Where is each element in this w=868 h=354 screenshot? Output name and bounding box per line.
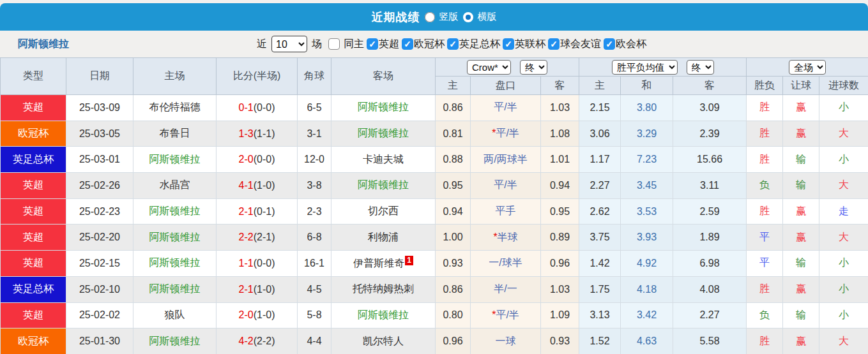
league-filter[interactable]: 英足总杯: [447, 38, 500, 51]
team-rank-badge: 1: [405, 256, 413, 265]
odds-company-select[interactable]: Crow*: [467, 60, 511, 75]
avg-win-cell: 3.75: [579, 225, 621, 251]
avg-lose-cell: 3.11: [673, 173, 747, 199]
same-home-label[interactable]: 同主: [344, 38, 364, 51]
avg-lose-cell: 1.89: [673, 225, 747, 251]
league-filter-label[interactable]: 欧会杯: [616, 38, 646, 51]
league-cell: 英超: [1, 251, 66, 277]
handicap-result-cell: 赢: [783, 95, 819, 121]
layout-horizontal-radio[interactable]: [463, 12, 473, 22]
league-filter-checkbox[interactable]: [604, 38, 615, 50]
away-team-cell: 阿斯顿维拉: [331, 173, 436, 199]
handicap-value: 一球: [496, 336, 516, 346]
handicap-cell: 平手: [471, 198, 541, 225]
avg-draw-cell: 4.92: [621, 251, 673, 277]
subcol-header-result: 胜负: [747, 77, 783, 95]
league-filter-checkbox[interactable]: [367, 38, 378, 50]
avg-type-select[interactable]: 胜平负均值: [612, 60, 678, 75]
games-label: 场: [312, 38, 322, 51]
away-team-name: 阿斯顿维拉: [358, 101, 409, 112]
home-team-name: 狼队: [165, 309, 185, 320]
corner-cell: 4-5: [298, 276, 331, 302]
avg-draw-cell: 7.23: [621, 147, 673, 173]
goals-result-cell: 大: [819, 225, 868, 251]
handicap-value: 一/球半: [489, 257, 522, 268]
handicap-result-cell: 赢: [783, 198, 819, 225]
league-filter-label[interactable]: 英超: [379, 38, 399, 51]
league-filter-label[interactable]: 英联杯: [515, 38, 545, 51]
full-score: 2-0: [239, 154, 254, 165]
avg-win-cell: 2.27: [579, 173, 621, 199]
full-score: 2-1: [239, 206, 254, 217]
home-team-name: 阿斯顿维拉: [149, 336, 201, 346]
half-score: (1-1): [254, 128, 275, 139]
league-filter-checkbox[interactable]: [503, 38, 514, 50]
col-header-away: 客场: [331, 58, 436, 95]
layout-horizontal-label[interactable]: 横版: [478, 11, 497, 23]
half-score: (1-0): [254, 309, 275, 320]
table-body: 英超 25-03-09 布伦特福德 0-1(0-0) 6-5 阿斯顿维拉 0.8…: [1, 95, 868, 354]
avg-win-cell: 1.17: [579, 147, 621, 173]
avg-draw-cell: 4.18: [621, 276, 673, 302]
away-team-cell: 凯尔特人: [331, 328, 436, 354]
avg-win-cell: 2.15: [579, 95, 621, 121]
goals-result-cell: 小: [819, 276, 868, 302]
score-cell: 4-1(1-0): [217, 173, 298, 199]
match-count-select[interactable]: 10: [271, 36, 307, 52]
away-team-name: 利物浦: [368, 232, 399, 242]
home-team-cell: 水晶宫: [133, 173, 217, 199]
league-filter-label[interactable]: 英足总杯: [459, 38, 500, 51]
corner-cell: 5-8: [298, 302, 331, 328]
handicap-value: 平/半: [494, 179, 517, 190]
league-filter-checkbox[interactable]: [548, 38, 560, 50]
league-filter[interactable]: 英超: [367, 38, 399, 51]
table-row: 英超 25-02-02 狼队 2-0(1-0) 5-8 阿斯顿维拉 0.80 *…: [1, 302, 868, 328]
away-team-name: 托特纳姆热刺: [353, 283, 414, 294]
full-score: 2-2: [239, 232, 254, 242]
handicap-cell: *半球: [471, 225, 541, 251]
result-cell: 平: [747, 225, 783, 251]
league-filter-label[interactable]: 球会友谊: [560, 38, 601, 51]
league-filter-checkbox[interactable]: [402, 38, 413, 50]
league-filter[interactable]: 欧会杯: [604, 38, 646, 51]
away-team-name: 阿斯顿维拉: [358, 128, 409, 138]
away-odds-cell: 1.08: [541, 121, 579, 147]
league-filter-checkbox[interactable]: [447, 38, 459, 50]
league-filter-label[interactable]: 欧冠杯: [414, 38, 445, 51]
goals-result-cell: 走: [819, 198, 868, 225]
result-cell: 胜: [747, 198, 783, 225]
avg-lose-cell: 6.98: [673, 251, 747, 277]
away-team-cell: 阿斯顿维拉: [331, 121, 436, 147]
league-filter[interactable]: 球会友谊: [548, 38, 601, 51]
result-cell: 胜: [747, 328, 783, 354]
layout-vertical-label[interactable]: 竖版: [439, 11, 459, 23]
away-odds-cell: 1.03: [541, 95, 579, 121]
avg-draw-cell: 4.63: [621, 328, 673, 354]
away-team-name: 阿斯顿维拉: [358, 309, 409, 320]
corner-cell: 12-0: [298, 147, 331, 173]
home-odds-cell: 0.80: [436, 302, 471, 328]
layout-vertical-radio[interactable]: [425, 12, 435, 22]
handicap-result-cell: 输: [783, 173, 819, 199]
page-title: 近期战绩: [372, 10, 420, 25]
league-filter[interactable]: 英联杯: [503, 38, 545, 51]
avg-win-cell: 2.62: [579, 198, 621, 225]
same-home-checkbox[interactable]: [328, 38, 340, 50]
league-cell: 英超: [1, 95, 66, 121]
league-filter[interactable]: 欧冠杯: [402, 38, 445, 51]
score-cell: 2-2(2-1): [217, 225, 298, 251]
col-header-type: 类型: [1, 58, 66, 95]
half-score: (0-0): [254, 154, 275, 165]
away-team-cell: 托特纳姆热刺: [331, 276, 436, 302]
league-cell: 欧冠杯: [1, 121, 66, 147]
corner-cell: 4-4: [298, 328, 331, 354]
home-odds-cell: 0.86: [436, 276, 471, 302]
corner-cell: 6-8: [298, 225, 331, 251]
date-cell: 25-02-20: [66, 225, 133, 251]
handicap-cell: 一球: [471, 328, 541, 354]
scope-select[interactable]: 全场: [789, 60, 826, 75]
league-cell: 英足总杯: [1, 147, 66, 173]
avg-state-select[interactable]: 终: [687, 60, 714, 75]
odds-state-select[interactable]: 终: [520, 60, 547, 75]
subcol-header-handicap-result: 让球: [783, 77, 819, 95]
